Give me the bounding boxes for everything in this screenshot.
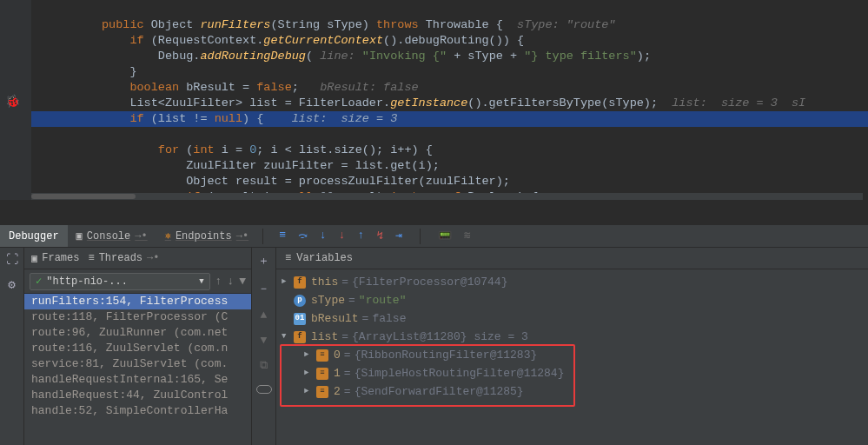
variables-header: ≡ Variables xyxy=(276,248,868,269)
frame-row[interactable]: handleRequest:44, ZuulControl xyxy=(24,388,251,403)
var-name: this xyxy=(311,273,338,291)
console-icon: ▣ xyxy=(76,229,83,242)
step-over-icon[interactable]: ⤼ xyxy=(298,229,308,244)
code: ( xyxy=(306,50,313,63)
frame-row[interactable]: handle:52, SimpleControllerHa xyxy=(24,403,251,419)
expand-icon[interactable]: ► xyxy=(282,273,290,291)
var-row[interactable]: ▼ f list = {ArrayList@11280} size = 3 xyxy=(282,328,863,346)
endpoints-icon: ⎈ xyxy=(165,229,171,242)
frames-icon: ▣ xyxy=(31,252,37,265)
filter-icon[interactable]: ▼ xyxy=(239,275,246,288)
frame-row[interactable]: route:116, ZuulServlet (com.n xyxy=(24,341,251,356)
frame-row[interactable]: route:118, FilterProcessor (C xyxy=(24,309,251,325)
frames-header: ▣Frames ≡Threads→• xyxy=(24,248,251,269)
code: boolean xyxy=(129,81,179,94)
code: "Invoking {" xyxy=(362,50,447,63)
frame-row[interactable]: handleRequestInternal:165, Se xyxy=(24,372,251,388)
inlay-hint: bResult: false xyxy=(320,81,418,94)
code: List<ZuulFilter> list = FilterLoader. xyxy=(129,96,390,110)
evaluate-icon[interactable]: 📟 xyxy=(438,229,452,244)
debug-toolbar: ≡ ⤼ ↓ ↓ ↑ ↯ ⇥ 📟 ≋ xyxy=(268,229,471,244)
new-watch-icon[interactable]: ＋ xyxy=(258,253,269,269)
frame-row[interactable]: route:96, ZuulRunner (com.net xyxy=(24,325,251,341)
threads-tab[interactable]: ≡Threads→• xyxy=(88,252,159,264)
step-into-icon[interactable]: ↓ xyxy=(320,229,327,244)
field-badge-icon: f xyxy=(294,276,306,289)
code: (RequestContext. xyxy=(151,34,264,47)
down-icon[interactable]: ▼ xyxy=(261,334,268,347)
code: if xyxy=(129,112,143,125)
thread-selector[interactable]: ✓ "http-nio-... ▼ xyxy=(30,273,210,290)
code: "} type filters" xyxy=(524,50,637,63)
code: ( xyxy=(179,143,193,156)
frame-row[interactable]: service:81, ZuulServlet (com. xyxy=(24,356,251,372)
tab-debugger[interactable]: Debugger xyxy=(0,225,68,247)
threads-icon: ≡ xyxy=(88,252,94,264)
var-value: {FilterProcessor@10744} xyxy=(352,273,507,291)
label: Frames xyxy=(42,252,79,264)
breakpoint-icon[interactable]: 🐞 xyxy=(5,94,20,109)
settings-icon[interactable]: ⚙ xyxy=(8,277,15,292)
code: ().getFiltersByType(sType); xyxy=(467,96,658,110)
frames-toolbar: ✓ "http-nio-... ▼ ↑ ↓ ▼ xyxy=(24,269,251,294)
next-frame-icon[interactable]: ↓ xyxy=(227,275,234,288)
force-step-into-icon[interactable]: ↓ xyxy=(339,229,346,244)
code: Object xyxy=(151,18,194,31)
remove-watch-icon[interactable]: － xyxy=(258,281,269,296)
prev-frame-icon[interactable]: ↑ xyxy=(215,275,222,288)
code: throws xyxy=(376,18,419,31)
horizontal-scrollbar[interactable] xyxy=(31,193,863,200)
highlight-box xyxy=(280,344,575,407)
var-value: {ArrayList@11280} size = 3 xyxy=(352,328,528,346)
code: ; i < list.size(); i++) { xyxy=(256,143,433,156)
kw: public xyxy=(102,18,144,31)
code-area[interactable]: public Object runFilters(String sType) t… xyxy=(31,0,868,200)
drop-frame-icon[interactable]: ↯ xyxy=(376,229,383,244)
step-out-icon[interactable]: ↑ xyxy=(358,229,365,244)
debug-left-strip: ⛶ ⚙ xyxy=(0,248,24,445)
eq: = xyxy=(341,328,348,346)
tab-endpoints[interactable]: ⎈Endpoints→• xyxy=(156,225,257,247)
restore-layout-icon[interactable]: ⛶ xyxy=(6,253,18,267)
trace-icon[interactable]: ≋ xyxy=(464,229,471,244)
var-row[interactable]: p sType = "route" xyxy=(282,291,863,309)
thread-name: "http-nio-... xyxy=(46,276,128,288)
debug-body: ⛶ ⚙ ▣Frames ≡Threads→• ✓ "http-nio-... ▼… xyxy=(0,248,868,445)
frames-pane: ▣Frames ≡Threads→• ✓ "http-nio-... ▼ ↑ ↓… xyxy=(24,248,252,445)
tab-console[interactable]: ▣Console→• xyxy=(68,225,156,247)
var-row[interactable]: ► f this = {FilterProcessor@10744} xyxy=(282,273,863,291)
pin-icon: →• xyxy=(236,230,248,242)
code: ZuulFilter zuulFilter = list.get(i); xyxy=(186,159,440,172)
var-value: "route" xyxy=(359,291,407,309)
code: false xyxy=(256,81,292,94)
separator xyxy=(420,229,421,244)
tab-label: Console xyxy=(87,230,130,242)
code: (list != xyxy=(144,112,215,125)
frames-list[interactable]: runFilters:154, FilterProcess route:118,… xyxy=(24,294,251,445)
run-to-cursor-icon[interactable]: ⇥ xyxy=(395,229,402,244)
code: getInstance xyxy=(390,96,467,110)
frame-row[interactable]: runFilters:154, FilterProcess xyxy=(24,294,251,309)
code-editor[interactable]: 🐞 public Object runFilters(String sType)… xyxy=(0,0,868,200)
bool-badge-icon: 01 xyxy=(294,313,306,325)
pin-icon: →• xyxy=(147,252,159,264)
inlay: line: xyxy=(320,50,355,63)
eq: = xyxy=(341,273,348,291)
eq: = xyxy=(362,309,369,328)
collapse-icon[interactable]: ▼ xyxy=(282,328,290,346)
tab-label: Endpoints xyxy=(176,230,232,242)
show-exec-point-icon[interactable]: ≡ xyxy=(279,229,286,244)
frames-tab[interactable]: ▣Frames xyxy=(31,252,79,265)
var-row[interactable]: 01 bResult = false xyxy=(282,309,863,328)
variables-tree[interactable]: ► f this = {FilterProcessor@10744} p sTy… xyxy=(276,269,868,445)
label: Threads xyxy=(99,252,142,264)
code: ; xyxy=(292,81,299,94)
code: for xyxy=(158,143,179,156)
code: bResult = xyxy=(179,81,256,94)
var-value: false xyxy=(372,309,406,328)
glasses-icon[interactable] xyxy=(256,384,272,397)
copy-icon[interactable]: ⧉ xyxy=(260,359,268,372)
variables-pane: ≡ Variables ► f this = {FilterProcessor@… xyxy=(276,248,868,445)
up-icon[interactable]: ▲ xyxy=(261,309,268,322)
code: null xyxy=(215,112,242,125)
